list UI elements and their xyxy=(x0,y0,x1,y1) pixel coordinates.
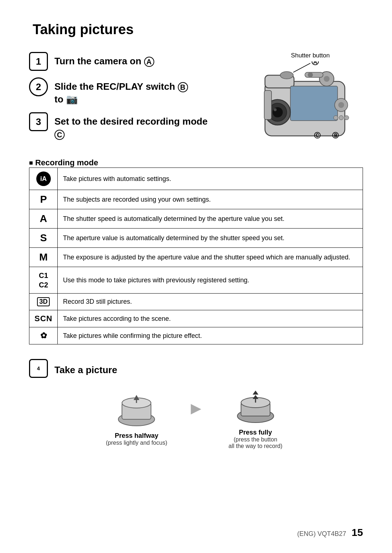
table-row: C1C2 Use this mode to take pictures with… xyxy=(29,267,363,294)
svg-rect-2 xyxy=(290,86,338,121)
step-2-row: 2 Slide the REC/PLAY switch B to 📷 xyxy=(29,77,247,106)
svg-marker-30 xyxy=(253,391,258,395)
mode-ia-desc: Take pictures with automatic settings. xyxy=(58,168,363,190)
mode-scn-desc: Take pictures according to the scene. xyxy=(58,310,363,327)
press-halfway-step: Press halfway (press lightly and focus) xyxy=(97,392,176,446)
mode-scn-icon: SCN xyxy=(29,310,58,327)
steps-column: 1 Turn the camera on A 2 Slide the REC/P… xyxy=(29,52,247,147)
recording-mode-title: Recording mode xyxy=(29,158,363,167)
mode-m-icon: M xyxy=(29,248,58,267)
page-number: 15 xyxy=(352,527,363,538)
table-row: S The aperture value is automatically de… xyxy=(29,229,363,248)
shutter-button-label: Shutter button xyxy=(291,52,330,59)
press-halfway-sublabel: (press lightly and focus) xyxy=(106,440,167,446)
svg-point-21 xyxy=(308,72,313,77)
table-row: A The shutter speed is automatically det… xyxy=(29,209,363,229)
recording-mode-table: iA Take pictures with automatic settings… xyxy=(29,167,363,344)
svg-point-17 xyxy=(324,76,330,82)
camera-svg: Ⓐ Ⓒ Ⓑ xyxy=(254,61,356,141)
mode-c1c2-icon: C1C2 xyxy=(29,267,58,294)
mode-c1c2-desc: Use this mode to take pictures with prev… xyxy=(58,267,363,294)
table-row: SCN Take pictures according to the scene… xyxy=(29,310,363,327)
svg-text:Ⓐ: Ⓐ xyxy=(311,61,319,66)
svg-marker-25 xyxy=(134,395,139,400)
svg-point-11 xyxy=(338,102,344,108)
svg-point-14 xyxy=(344,116,349,120)
mode-p-desc: The subjects are recorded using your own… xyxy=(58,190,363,209)
step-1-number: 1 xyxy=(29,52,48,71)
press-halfway-icon xyxy=(115,392,158,428)
picture-steps-row: Press halfway (press lightly and focus) … xyxy=(29,389,363,449)
svg-point-13 xyxy=(339,116,343,120)
step-4-section: 4 Take a picture Press halfway (press li… xyxy=(29,359,363,449)
step-1-text: Turn the camera on A xyxy=(54,52,154,68)
press-fully-step: Press fully (press the buttonall the way… xyxy=(216,389,295,449)
svg-rect-15 xyxy=(264,90,271,120)
table-row: 3D Record 3D still pictures. xyxy=(29,294,363,310)
mode-ia-icon: iA xyxy=(29,168,58,190)
circle-a-icon: A xyxy=(144,57,154,67)
page-footer: (ENG) VQT4B27 15 xyxy=(297,527,363,538)
svg-point-6 xyxy=(274,108,277,111)
step-arrow-icon: ► xyxy=(187,398,205,418)
camera-illustration-col: Shutter button Ⓐ xyxy=(247,52,363,141)
mode-p-icon: P xyxy=(29,190,58,209)
mode-s-icon: S xyxy=(29,229,58,248)
footer-label: (ENG) VQT4B27 xyxy=(297,530,346,537)
page-title: Taking pictures xyxy=(33,22,363,37)
circle-b-icon: B xyxy=(178,82,188,92)
svg-point-7 xyxy=(280,72,293,79)
mode-a-desc: The shutter speed is automatically deter… xyxy=(58,209,363,229)
press-fully-icon xyxy=(234,389,277,425)
table-row: ✿ Take pictures while confirming the pic… xyxy=(29,327,363,344)
table-row: P The subjects are recorded using your o… xyxy=(29,190,363,209)
step-1-row: 1 Turn the camera on A xyxy=(29,52,247,71)
step-4-header: 4 Take a picture xyxy=(29,359,363,378)
step-2-text: Slide the REC/PLAY switch B to 📷 xyxy=(54,77,188,106)
circle-c-icon: C xyxy=(54,130,65,140)
press-halfway-label: Press halfway xyxy=(115,432,158,440)
svg-text:Ⓑ: Ⓑ xyxy=(332,132,339,139)
step-2-number: 2 xyxy=(29,77,48,96)
svg-rect-20 xyxy=(305,72,323,77)
step-3-row: 3 Set to the desired recording mode C xyxy=(29,112,247,141)
steps-and-camera-section: 1 Turn the camera on A 2 Slide the REC/P… xyxy=(29,52,363,147)
mode-3d-desc: Record 3D still pictures. xyxy=(58,294,363,310)
recording-mode-section: Recording mode iA Take pictures with aut… xyxy=(29,158,363,344)
mode-m-desc: The exposure is adjusted by the aperture… xyxy=(58,248,363,267)
mode-creative-icon: ✿ xyxy=(29,327,58,344)
press-fully-sublabel: (press the buttonall the way to record) xyxy=(228,436,282,449)
table-row: iA Take pictures with automatic settings… xyxy=(29,168,363,190)
step-3-text: Set to the desired recording mode C xyxy=(54,112,208,141)
svg-point-12 xyxy=(334,116,338,120)
svg-line-8 xyxy=(293,63,310,72)
table-row: M The exposure is adjusted by the apertu… xyxy=(29,248,363,267)
step-4-number: 4 xyxy=(29,359,48,378)
mode-a-icon: A xyxy=(29,209,58,229)
svg-marker-31 xyxy=(253,395,258,399)
mode-creative-desc: Take pictures while confirming the pictu… xyxy=(58,327,363,344)
step-4-text: Take a picture xyxy=(54,361,117,376)
mode-s-desc: The aperture value is automatically dete… xyxy=(58,229,363,248)
svg-text:Ⓒ: Ⓒ xyxy=(314,132,321,139)
mode-3d-icon: 3D xyxy=(29,294,58,310)
step-3-number: 3 xyxy=(29,112,48,131)
press-fully-label: Press fully xyxy=(239,429,272,436)
